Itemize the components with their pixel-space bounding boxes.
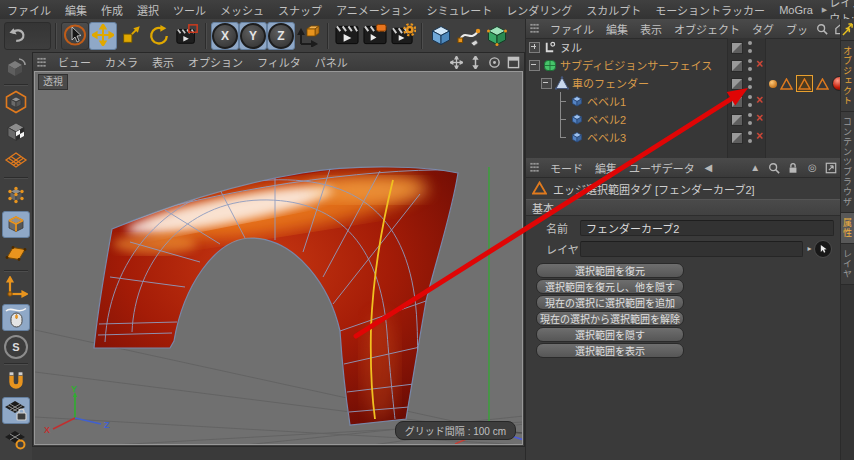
zoom-view-icon[interactable]	[467, 55, 483, 70]
menu-select[interactable]: 選択	[130, 2, 166, 18]
render-to-picture-viewer-button[interactable]	[361, 22, 389, 50]
layer-swatch[interactable]	[731, 78, 743, 90]
om-menu-objects[interactable]: オブジェクト	[668, 21, 746, 37]
search-icon[interactable]	[767, 160, 782, 175]
tab-layers[interactable]: レイヤ	[841, 244, 854, 285]
name-input[interactable]: フェンダーカーブ2	[580, 220, 834, 236]
layer-menu-arrow-icon[interactable]: ▸	[805, 241, 814, 257]
section-basic[interactable]: 基本	[526, 199, 840, 216]
make-editable-button[interactable]	[2, 54, 30, 81]
polygon-mode-button[interactable]	[2, 240, 30, 267]
enable-toggle-off[interactable]: ×	[756, 57, 763, 71]
drag-grip-icon[interactable]	[530, 23, 539, 34]
layer-swatch[interactable]	[731, 132, 743, 144]
vp-menu-view[interactable]: ビュー	[51, 54, 98, 70]
view-name-label[interactable]: 透視	[38, 74, 68, 90]
tweak-mode-button[interactable]	[2, 304, 30, 331]
soft-selection-button[interactable]: S	[2, 333, 30, 360]
visibility-dots[interactable]	[748, 113, 752, 125]
vp-menu-filter[interactable]: フィルタ	[250, 54, 308, 70]
vp-menu-options[interactable]: オプション	[181, 54, 250, 70]
history-back-icon[interactable]: ◀	[701, 160, 716, 175]
render-view-button[interactable]	[333, 22, 361, 50]
hide-selection-button[interactable]: 選択範囲を隠す	[536, 327, 684, 342]
rotate-tool-button[interactable]	[145, 22, 173, 50]
tree-row-bevel2[interactable]: ベベル2 ×	[526, 110, 841, 128]
edge-selection-tag-icon[interactable]	[779, 76, 794, 91]
add-generator-button[interactable]	[483, 22, 511, 50]
drag-grip-icon[interactable]	[37, 57, 46, 68]
target-icon[interactable]: ◎	[805, 160, 820, 175]
layer-input[interactable]	[580, 241, 803, 257]
scale-tool-button[interactable]	[117, 22, 145, 50]
navigate-up-icon[interactable]: ▲	[748, 160, 763, 175]
visibility-dots[interactable]	[748, 77, 752, 89]
menu-file[interactable]: ファイル	[0, 2, 58, 18]
layer-swatch[interactable]	[731, 60, 743, 72]
edge-mode-button[interactable]	[2, 211, 30, 238]
layer-swatch[interactable]	[731, 96, 743, 108]
edge-selection-tag-icon-selected[interactable]	[796, 75, 813, 92]
points-mode-button[interactable]	[2, 182, 30, 209]
object-name[interactable]: サブディビジョンサーフェイス	[557, 57, 712, 73]
tree-row-null[interactable]: ヌル	[526, 38, 841, 56]
enable-toggle-off[interactable]: ×	[756, 93, 763, 107]
menu-snap[interactable]: スナップ	[271, 2, 329, 18]
spline-pen-button[interactable]	[455, 22, 483, 50]
object-name[interactable]: ベベル2	[584, 111, 626, 127]
add-primitive-button[interactable]	[427, 22, 455, 50]
lock-icon[interactable]	[786, 160, 801, 175]
visibility-dots[interactable]	[748, 59, 752, 71]
detach-panel-icon[interactable]	[824, 160, 839, 175]
object-name[interactable]: ベベル3	[584, 129, 626, 145]
phong-tag-icon[interactable]	[769, 80, 777, 88]
am-menu-edit[interactable]: 編集	[589, 160, 623, 176]
remove-from-current-selection-button[interactable]: 現在の選択から選択範囲を解除	[536, 311, 684, 326]
vp-menu-panel[interactable]: パネル	[308, 54, 355, 70]
collapse-toggle[interactable]	[541, 78, 552, 89]
menu-overflow-arrow-icon[interactable]: ▶	[820, 6, 829, 14]
x-axis-lock-button[interactable]: X	[211, 22, 239, 50]
live-selection-tool-button[interactable]	[61, 22, 89, 50]
am-menu-userdata[interactable]: ユーザデータ	[623, 160, 701, 176]
tree-row-car-fender[interactable]: 車のフェンダー	[526, 74, 841, 92]
enable-toggle-off[interactable]: ×	[756, 111, 763, 125]
last-tool-button[interactable]	[173, 22, 201, 50]
search-icon[interactable]	[814, 21, 829, 36]
collapse-toggle[interactable]	[529, 60, 540, 71]
edge-selection-tag-icon[interactable]	[815, 76, 830, 91]
panel-adjust-icon[interactable]	[841, 19, 854, 41]
om-menu-file[interactable]: ファイル	[544, 21, 600, 37]
am-menu-mode[interactable]: モード	[544, 160, 589, 176]
render-settings-button[interactable]	[389, 22, 417, 50]
layer-swatch[interactable]	[731, 114, 743, 126]
layer-swatch[interactable]	[731, 42, 743, 54]
tab-attributes[interactable]: 属性	[841, 213, 854, 244]
coordinate-system-button[interactable]	[295, 22, 323, 50]
menu-simulate[interactable]: シミュレート	[420, 2, 500, 18]
show-selection-button[interactable]: 選択範囲を表示	[536, 343, 684, 358]
move-tool-button[interactable]	[89, 22, 117, 50]
om-menu-tags[interactable]: タグ	[746, 21, 780, 37]
vp-menu-camera[interactable]: カメラ	[98, 54, 145, 70]
restore-and-hide-others-button[interactable]: 選択範囲を復元し、他を隠す	[536, 279, 684, 294]
menu-mograph-truncated[interactable]: MoGra	[772, 4, 820, 16]
model-mode-button[interactable]	[2, 89, 30, 116]
visibility-dots[interactable]	[748, 95, 752, 107]
enable-axis-button[interactable]	[2, 275, 30, 302]
menu-render[interactable]: レンダリング	[499, 2, 579, 18]
om-menu-view[interactable]: 表示	[634, 21, 668, 37]
visibility-dots[interactable]	[748, 41, 752, 53]
pan-view-icon[interactable]	[448, 55, 464, 70]
y-axis-lock-button[interactable]: Y	[239, 22, 267, 50]
menu-motion-tracker[interactable]: モーショントラッカー	[648, 2, 772, 18]
om-menu-edit[interactable]: 編集	[600, 21, 634, 37]
menu-mesh[interactable]: メッシュ	[213, 2, 271, 18]
tree-row-bevel3[interactable]: ベベル3 ×	[526, 128, 841, 146]
expand-toggle[interactable]	[529, 42, 540, 53]
object-name[interactable]: ヌル	[557, 39, 582, 55]
undo-button[interactable]	[4, 22, 51, 50]
rotate-view-icon[interactable]	[486, 55, 502, 70]
object-name[interactable]: 車のフェンダー	[569, 75, 649, 91]
vp-menu-display[interactable]: 表示	[145, 54, 181, 70]
